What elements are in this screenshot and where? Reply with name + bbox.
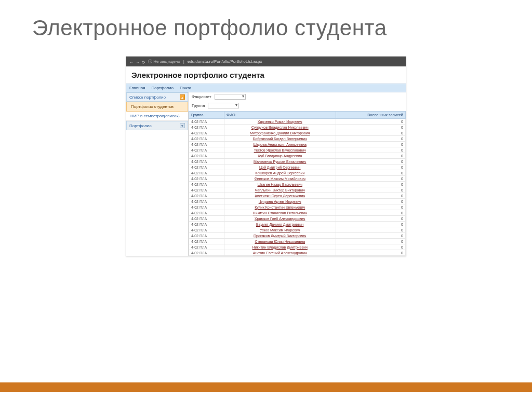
student-link[interactable]: Никитин Владислав Дмитриевич: [252, 245, 308, 249]
cell-count: 0: [336, 119, 405, 125]
student-link[interactable]: Степанова Юлия Николаевна: [255, 240, 305, 243]
sidebar-section-list[interactable]: Список портфолио ▴: [126, 92, 188, 102]
cell-name: Никитин Владислав Дмитриевич: [224, 244, 336, 250]
cell-count: 0: [336, 136, 405, 142]
student-link[interactable]: Никитин Станислав Витальевич: [253, 211, 307, 215]
col-count[interactable]: Внесенных записей: [336, 112, 405, 119]
reload-icon[interactable]: ⟳: [142, 60, 145, 63]
back-icon[interactable]: ←: [129, 60, 132, 63]
cell-count: 0: [336, 244, 405, 250]
footer-stripe: [0, 382, 532, 398]
cell-group: 4-02 ПЛА: [189, 147, 224, 153]
cell-name: Тестов Ярослав Вячеславович: [224, 147, 336, 153]
table-row: 4-02 ПЛАХрамков Глеб Александрович0: [189, 216, 406, 222]
student-link[interactable]: Аветисян Сурен Дереникович: [255, 194, 305, 198]
col-name[interactable]: ФИО: [224, 112, 336, 119]
cell-group: 4-02 ПЛА: [189, 199, 224, 204]
cell-group: 4-02 ПЛА: [189, 182, 224, 187]
cell-name: Харченко Роман Игоревич: [224, 119, 336, 125]
cell-name: Чаплыгин Виктор Викторович: [224, 187, 336, 193]
cell-group: 4-02 ПЛА: [189, 187, 224, 193]
cell-count: 0: [336, 250, 405, 256]
cell-count: 0: [336, 239, 405, 244]
cell-name: Бобрянский Богдан Валерьевич: [224, 136, 336, 142]
table-row: 4-02 ПЛАФенюков Максим Михайлович0: [189, 176, 406, 182]
student-link[interactable]: Чуб Владимир Андреевич: [258, 154, 302, 158]
cell-count: 0: [336, 227, 405, 233]
student-link[interactable]: Митрофаненко Даниил Викторович: [250, 131, 310, 135]
student-link[interactable]: Тестов Ярослав Вячеславович: [254, 148, 306, 152]
cell-name: Чуб Владимир Андреевич: [224, 153, 336, 159]
student-link[interactable]: Мальченко Руслан Витальевич: [254, 160, 306, 163]
cell-count: 0: [336, 142, 405, 147]
student-link[interactable]: Фенюков Максим Михайлович: [255, 177, 305, 181]
student-link[interactable]: Шарова Анастасия Алексеевна: [254, 143, 307, 146]
cell-name: Супрунов Владислав Николаевич: [224, 125, 336, 130]
cell-group: 4-02 ПЛА: [189, 130, 224, 136]
student-link[interactable]: Супрунов Владислав Николаевич: [251, 126, 309, 129]
student-link[interactable]: Цой Дмитрий Сергеевич: [259, 166, 301, 169]
cell-count: 0: [336, 204, 405, 210]
sidebar-item[interactable]: НИР в семестрах(список): [126, 112, 188, 121]
cell-count: 0: [336, 130, 405, 136]
cell-name: Фенюков Максим Михайлович: [224, 176, 336, 182]
cell-name: Никитин Станислав Витальевич: [224, 210, 336, 216]
cell-group: 4-02 ПЛА: [189, 119, 224, 125]
sidebar-section-portfolio[interactable]: Портфолио ▾: [126, 121, 188, 130]
collapse-icon[interactable]: ▴: [180, 94, 185, 100]
filter-faculty: Факультет: [189, 92, 406, 101]
student-link[interactable]: Чуприна Артем Игоревич: [259, 200, 301, 203]
cell-group: 4-02 ПЛА: [189, 176, 224, 182]
student-link[interactable]: Анохин Евгений Александрович: [253, 251, 307, 255]
expand-icon[interactable]: ▾: [180, 123, 185, 128]
cell-group: 4-02 ПЛА: [189, 159, 224, 164]
cell-group: 4-02 ПЛА: [189, 239, 224, 244]
table-row: 4-02 ПЛАЧуб Владимир Андреевич0: [189, 153, 406, 159]
student-link[interactable]: Храмков Глеб Александрович: [255, 217, 305, 221]
cell-name: Штагин Назар Васильевич: [224, 182, 336, 187]
student-link[interactable]: Чаплыгин Виктор Викторович: [255, 188, 305, 192]
cell-name: Проняков Дмитрий Викторович: [224, 233, 336, 239]
cell-count: 0: [336, 222, 405, 227]
cell-count: 0: [336, 170, 405, 176]
cell-count: 0: [336, 187, 405, 193]
sidebar-item[interactable]: Портфолио студентов: [126, 102, 188, 112]
cell-count: 0: [336, 147, 405, 153]
cell-name: Аветисян Сурен Дереникович: [224, 193, 336, 199]
group-select[interactable]: [208, 103, 239, 108]
table-row: 4-02 ПЛАМитрофаненко Даниил Викторович0: [189, 130, 406, 136]
student-link[interactable]: Штагин Назар Васильевич: [258, 183, 302, 186]
address-url[interactable]: edu.donstu.ru/Portfolio/PortfolioList.as…: [188, 59, 262, 64]
cell-group: 4-02 ПЛА: [189, 216, 224, 222]
table-row: 4-02 ПЛАБобрянский Богдан Валерьевич0: [189, 136, 406, 142]
student-link[interactable]: Кошкарев Андрей Сергеевич: [255, 171, 304, 175]
cell-count: 0: [336, 176, 405, 182]
cell-count: 0: [336, 125, 405, 130]
menu-item[interactable]: Портфолио: [151, 86, 174, 90]
cell-group: 4-02 ПЛА: [189, 153, 224, 159]
table-row: 4-02 ПЛАШтагин Назар Васильевич0: [189, 182, 406, 187]
cell-name: Кошкарев Андрей Сергеевич: [224, 170, 336, 176]
student-link[interactable]: Харченко Роман Игоревич: [258, 120, 302, 123]
student-link[interactable]: Баумет Даниил Дмитриевич: [256, 223, 303, 226]
cell-count: 0: [336, 164, 405, 170]
cell-count: 0: [336, 210, 405, 216]
col-group[interactable]: Группа: [189, 112, 224, 119]
faculty-select[interactable]: [215, 94, 246, 100]
cell-group: 4-02 ПЛА: [189, 233, 224, 239]
student-link[interactable]: Бобрянский Богдан Валерьевич: [253, 137, 307, 141]
cell-group: 4-02 ПЛА: [189, 227, 224, 233]
menu-item[interactable]: Главная: [129, 86, 145, 90]
table-row: 4-02 ПЛАШарова Анастасия Алексеевна0: [189, 142, 406, 147]
cell-group: 4-02 ПЛА: [189, 250, 224, 256]
table-row: 4-02 ПЛАЧуприна Артем Игоревич0: [189, 199, 406, 204]
cell-name: Митрофаненко Даниил Викторович: [224, 130, 336, 136]
student-link[interactable]: Усков Максим Игоревич: [260, 228, 300, 232]
cell-name: Кулик Константин Евгеньевич: [224, 204, 336, 210]
menu-item[interactable]: Почта: [180, 86, 191, 90]
table-row: 4-02 ПЛАХарченко Роман Игоревич0: [189, 119, 406, 125]
forward-icon[interactable]: →: [136, 60, 139, 63]
student-link[interactable]: Проняков Дмитрий Викторович: [254, 234, 306, 238]
student-link[interactable]: Кулик Константин Евгеньевич: [255, 205, 305, 209]
cell-count: 0: [336, 199, 405, 204]
